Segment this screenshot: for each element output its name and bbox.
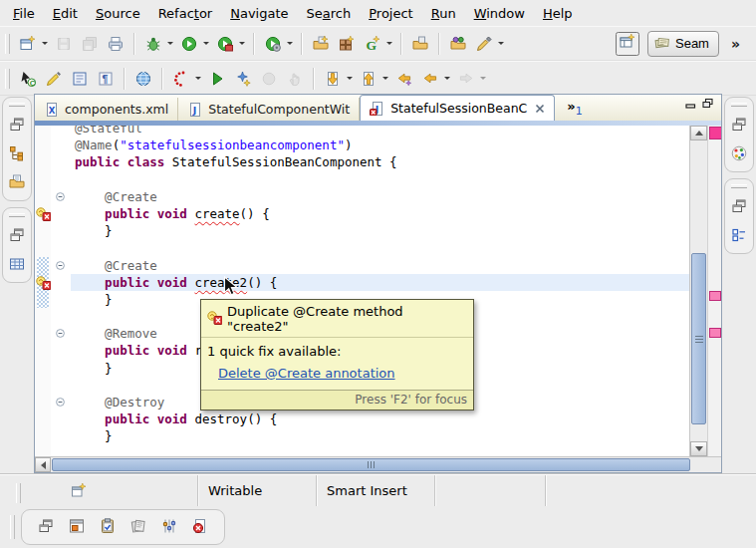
menu-edit[interactable]: Edit [44,2,87,25]
external-tools-button[interactable] [261,32,285,56]
debug-dropdown-arrow[interactable] [167,42,173,45]
profile-dropdown-arrow[interactable] [195,77,201,80]
fold-collapse-button[interactable] [56,329,65,338]
import-folder-button[interactable] [408,32,432,56]
overview-annotation-marker[interactable] [709,291,721,301]
maximize-button[interactable] [702,98,713,109]
restore-view-button[interactable] [729,116,749,136]
stack-grip[interactable] [731,184,747,188]
more-tabs-chevron[interactable]: »1 [559,99,590,118]
fastview-window-icon[interactable] [71,483,87,498]
restore-view-button[interactable] [7,116,27,136]
outline-button[interactable] [729,226,749,246]
vertical-scrollbar[interactable] [689,126,707,456]
restore-view-button[interactable] [729,197,749,217]
seam-perspective-button[interactable]: Seam [647,31,719,57]
highlighter-button[interactable] [42,67,66,91]
annotation-ruler[interactable] [35,126,51,456]
menu-refactor[interactable]: Refactor [149,2,222,25]
scroll-up-button[interactable] [690,126,707,140]
quickfix-wizard-button[interactable] [231,67,255,91]
quickfix-error-icon[interactable] [36,276,51,293]
code-line-6[interactable]: } [71,222,689,239]
back-button[interactable] [418,67,442,91]
stop-button[interactable] [257,67,281,91]
paintbrush-button[interactable] [472,32,496,56]
save-button[interactable] [52,32,76,56]
code-line-18[interactable]: } [71,427,689,444]
new-wizard-button[interactable] [16,32,40,56]
code-line-17[interactable]: public void destroy() { [71,411,689,427]
menu-run[interactable]: Run [422,2,465,25]
delete-annotation-link[interactable]: Delete @Create annotation [218,366,395,381]
code-line-7[interactable] [71,239,689,256]
toolbar-handle[interactable] [5,34,10,54]
bottombar-grip[interactable] [10,515,15,539]
new-web-wizard-button[interactable] [309,32,333,56]
quickfix-error-icon[interactable] [36,207,51,224]
code-line-9[interactable]: public void create2() { [71,274,689,291]
restore-view-button[interactable] [36,517,56,537]
fold-collapse-button[interactable] [56,192,65,201]
code-line-3[interactable] [71,171,689,188]
tab-statefulcomponentwit[interactable]: JStatefulComponentWit [178,98,360,121]
overview-ruler[interactable] [707,126,721,456]
prev-annotation-dropdown-arrow[interactable] [382,77,388,80]
forward-button[interactable] [454,67,478,91]
properties-view-button[interactable] [159,517,179,537]
open-resource-button[interactable] [446,32,470,56]
menu-project[interactable]: Project [360,2,422,25]
stack-grip[interactable] [9,213,25,217]
tab-statefulsessionbeanc[interactable]: JStatefulSessionBeanC [360,95,555,121]
folding-ruler[interactable] [51,126,71,456]
project-folder-button[interactable] [7,173,27,193]
scroll-down-button[interactable] [690,441,707,456]
save-all-button[interactable] [78,32,102,56]
seam-view-button[interactable] [67,517,87,537]
next-annotation-dropdown-arrow[interactable] [347,77,353,80]
seam-components-button[interactable] [729,144,749,164]
problems-view-button[interactable] [190,517,210,537]
menu-window[interactable]: Window [465,2,534,25]
new-seam-wizard-dropdown-arrow[interactable] [386,42,392,45]
forward-dropdown-arrow[interactable] [480,77,486,80]
show-whitespace-button[interactable]: ¶ [94,67,118,91]
profile-button[interactable] [169,67,193,91]
horizontal-scrollbar-thumb[interactable] [52,458,690,471]
console-view-button[interactable] [128,517,148,537]
scroll-left-button[interactable] [35,457,51,472]
tasks-view-button[interactable] [98,517,118,537]
menu-source[interactable]: Source [87,2,149,25]
statusbar-grip[interactable] [16,483,21,503]
minimize-button[interactable] [685,98,696,109]
debug-button[interactable] [141,32,165,56]
show-source-button[interactable] [68,67,92,91]
new-wizard-dropdown-arrow[interactable] [42,42,48,45]
menu-search[interactable]: Search [298,2,361,25]
overview-annotation-marker[interactable] [709,127,721,139]
run-external-button[interactable] [213,32,237,56]
code-line-8[interactable]: @Create [71,257,689,274]
toolbar-handle[interactable] [5,69,10,89]
external-tools-dropdown-arrow[interactable] [287,42,293,45]
run-external-dropdown-arrow[interactable] [239,42,245,45]
code-line-1[interactable]: @Name("statefulsessionbeancomponent") [71,137,689,153]
vertical-scrollbar-thumb[interactable] [691,253,706,424]
perspective-overflow-chevron[interactable]: » [727,36,744,52]
menu-help[interactable]: Help [534,2,582,25]
menu-file[interactable]: File [4,2,44,25]
code-line-0[interactable]: @Stateful [71,126,689,137]
next-annotation-button[interactable] [321,67,345,91]
open-perspective-button[interactable] [616,32,639,56]
table-view-button[interactable] [7,255,27,275]
menu-navigate[interactable]: Navigate [221,2,297,25]
fold-collapse-button[interactable] [56,398,65,407]
horizontal-scrollbar[interactable] [35,456,721,472]
code-line-5[interactable]: public void create() { [71,205,689,222]
run-last-button[interactable] [205,67,229,91]
run-button[interactable] [177,32,201,56]
last-edit-location-button[interactable] [392,67,416,91]
stack-grip[interactable] [9,103,25,107]
back-dropdown-arrow[interactable] [444,77,450,80]
hand-button[interactable] [283,67,307,91]
